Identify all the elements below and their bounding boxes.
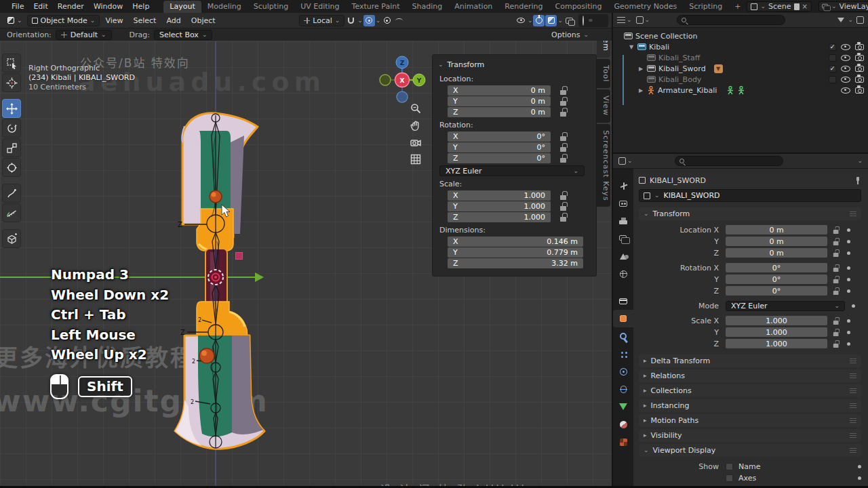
tool-transform[interactable] — [2, 158, 21, 177]
lock-icon[interactable] — [833, 264, 840, 271]
lock-icon[interactable] — [833, 328, 840, 336]
animate-dot[interactable] — [858, 476, 861, 480]
tab-output[interactable] — [613, 212, 633, 230]
display-mode-button[interactable]: ⌄ — [636, 16, 650, 24]
dimensions-z-field[interactable]: Z3.32 m — [448, 258, 583, 268]
unlink-scene-icon[interactable]: × — [802, 3, 808, 10]
options-dropdown[interactable]: Options⌄ — [551, 30, 605, 39]
outliner-row-scene-collection[interactable]: Scene Collection — [613, 30, 868, 41]
rotation-mode-dropdown[interactable]: XYZ Euler⌄ — [726, 301, 845, 311]
scale-y-field[interactable]: Y1.000 — [448, 201, 551, 211]
scene-selector[interactable]: ⌄ Scene × — [747, 1, 811, 12]
show-name-checkbox[interactable] — [726, 463, 733, 470]
xray-toggle-icon[interactable] — [564, 15, 575, 26]
lock-icon[interactable] — [560, 97, 568, 106]
panel-grip[interactable] — [850, 403, 856, 408]
tab-animation[interactable]: Animation — [448, 1, 498, 13]
hide-eye-icon[interactable] — [841, 87, 850, 94]
animate-dot[interactable] — [847, 251, 850, 255]
chevron-down-icon[interactable]: ⌄ — [528, 18, 533, 24]
panel-grip[interactable] — [850, 359, 856, 363]
lock-icon[interactable] — [560, 108, 568, 117]
menu-add[interactable]: Add — [161, 16, 185, 25]
hide-eye-icon[interactable] — [841, 66, 850, 72]
shading-wireframe-button[interactable] — [580, 15, 586, 26]
chevron-down-icon[interactable]: ⌄ — [557, 18, 563, 24]
animate-dot[interactable] — [858, 465, 861, 468]
tab-physics[interactable] — [613, 363, 633, 380]
rotation-x-field[interactable]: X0° — [448, 131, 551, 142]
tab-scene[interactable] — [613, 247, 633, 265]
lock-icon[interactable] — [833, 226, 840, 233]
location-z-field[interactable]: Z0 m — [448, 107, 551, 117]
gizmos-toggle-icon[interactable] — [533, 15, 545, 26]
pin-icon[interactable] — [854, 177, 861, 184]
tab-texture-paint[interactable]: Texture Paint — [346, 1, 406, 13]
lock-icon[interactable] — [833, 317, 840, 324]
falloff-curve-icon[interactable] — [393, 15, 405, 26]
lock-icon[interactable] — [560, 213, 568, 222]
menu-select[interactable]: Select — [129, 16, 161, 25]
lock-icon[interactable] — [560, 132, 568, 141]
tab-modifiers[interactable] — [613, 327, 633, 345]
menu-help[interactable]: Help — [127, 2, 154, 11]
object-name-field[interactable]: ⌄ KIBALI_SWORD — [639, 189, 861, 202]
prop-rotation-z-field[interactable]: 0° — [726, 286, 827, 296]
tab-sculpting[interactable]: Sculpting — [248, 1, 294, 13]
tab-material[interactable] — [613, 415, 633, 433]
tab-uv-editing[interactable]: UV Editing — [294, 1, 345, 13]
rotation-y-field[interactable]: Y0° — [448, 142, 551, 152]
render-visibility-icon[interactable] — [855, 87, 864, 94]
panel-grip[interactable] — [850, 433, 856, 438]
dimensions-x-field[interactable]: X0.146 m — [448, 237, 583, 247]
transform-panel-header[interactable]: ⌄Transform — [438, 58, 591, 71]
sidebar-tab-screencast-keys[interactable]: Screencast Keys — [597, 124, 610, 207]
tab-particles[interactable] — [613, 345, 633, 363]
panel-motion-paths[interactable]: ▸Motion Paths — [639, 414, 861, 427]
editor-type-button[interactable]: ⌄ — [617, 17, 632, 24]
render-visibility-icon[interactable] — [855, 44, 864, 50]
exclude-checkbox[interactable]: ✓ — [829, 65, 836, 73]
pan-hand-button[interactable] — [408, 118, 423, 133]
lock-icon[interactable] — [560, 191, 568, 200]
tool-select-box[interactable] — [2, 54, 21, 73]
chevron-down-icon[interactable]: ⌄ — [848, 17, 853, 23]
tab-rendering[interactable]: Rendering — [498, 1, 549, 13]
editor-type-button[interactable]: ⌄ — [3, 16, 26, 24]
animate-dot[interactable] — [847, 319, 850, 323]
snap-magnet-icon[interactable] — [345, 15, 357, 26]
chevron-down-icon[interactable]: ⌄ — [857, 158, 863, 164]
animate-dot[interactable] — [847, 278, 850, 281]
new-scene-icon[interactable] — [794, 3, 800, 10]
render-visibility-icon[interactable] — [855, 77, 864, 83]
hide-eye-icon[interactable] — [841, 55, 850, 61]
outliner-row-kibali[interactable]: ▼ Kibali ✓ — [613, 41, 868, 52]
tool-measure[interactable] — [2, 203, 21, 222]
location-y-field[interactable]: Y0 m — [448, 96, 551, 106]
tool-add-cube[interactable] — [2, 229, 21, 248]
shading-solid-button[interactable] — [589, 19, 593, 22]
tab-tool[interactable] — [613, 177, 633, 195]
outliner-row-armature-kibali[interactable]: ▶ Armature_Kibali — [613, 85, 868, 96]
add-workspace-button[interactable]: + — [728, 1, 747, 13]
tab-compositing[interactable]: Compositing — [549, 1, 608, 13]
panel-grip[interactable] — [850, 418, 856, 423]
panel-grip[interactable] — [850, 211, 856, 216]
lock-icon[interactable] — [560, 143, 568, 152]
mode-dropdown[interactable]: Object Mode⌄ — [27, 15, 100, 26]
tab-modeling[interactable]: Modeling — [201, 1, 248, 13]
tab-layout[interactable]: Layout — [163, 1, 201, 13]
outliner-row-kibali-sword[interactable]: ▶ Kibali_Sword ▼ ✓ — [613, 63, 868, 74]
tab-shading[interactable]: Shading — [406, 1, 449, 13]
disclosure-icon[interactable]: ▼ — [628, 44, 635, 50]
prop-rotation-x-field[interactable]: 0° — [726, 263, 827, 272]
lock-icon[interactable] — [560, 202, 568, 211]
animate-dot[interactable] — [847, 240, 850, 243]
tab-scripting[interactable]: Scripting — [683, 1, 728, 13]
chevron-down-icon[interactable]: ⌄ — [376, 18, 381, 24]
tab-world[interactable] — [613, 265, 633, 283]
animate-dot[interactable] — [847, 289, 850, 293]
outliner-options-icon[interactable] — [856, 16, 864, 24]
exclude-checkbox[interactable]: ✓ — [829, 43, 836, 51]
lock-icon[interactable] — [833, 287, 840, 294]
